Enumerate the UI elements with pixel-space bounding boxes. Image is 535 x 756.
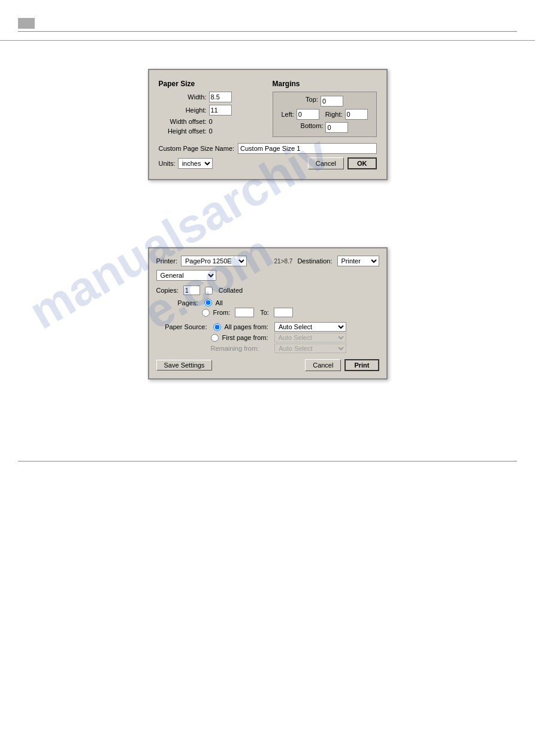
- ok-button[interactable]: OK: [347, 157, 377, 169]
- margins-mid-row: Left: Right:: [281, 109, 367, 120]
- pages-label: Pages:: [156, 299, 198, 306]
- all-pages-line: Paper Source: All pages from: Auto Selec…: [156, 322, 379, 332]
- print-header-left: Printer: PagePro 1250E: [156, 256, 247, 266]
- margins-top-row: Top:: [306, 96, 343, 107]
- width-offset-value: 0: [209, 118, 213, 125]
- height-offset-row: Height offset: 0: [159, 127, 263, 135]
- custom-name-row: Custom Page Size Name:: [159, 143, 377, 154]
- units-label: Units:: [159, 160, 176, 167]
- custom-name-label: Custom Page Size Name:: [159, 145, 235, 152]
- printer-select[interactable]: PagePro 1250E: [181, 256, 247, 266]
- first-page-select: Auto Select: [274, 333, 346, 342]
- all-pages-from-label: All pages from:: [225, 323, 268, 330]
- pages-from-line: From: To:: [202, 308, 379, 317]
- top-gray-icon: [18, 18, 35, 29]
- general-row: General: [156, 270, 379, 281]
- remaining-select: Auto Select: [274, 344, 346, 353]
- pages-row: Pages: All From: To:: [156, 299, 379, 318]
- pages-to-input[interactable]: [274, 308, 293, 317]
- copies-input[interactable]: [183, 286, 200, 295]
- margins-title: Margins: [273, 80, 377, 88]
- first-page-radio[interactable]: [211, 334, 219, 342]
- body-text-2: [0, 192, 535, 240]
- paper-source-label: Paper Source:: [156, 323, 207, 330]
- all-pages-radio[interactable]: [213, 323, 221, 331]
- print-button[interactable]: Print: [344, 359, 379, 371]
- top-section: [0, 12, 535, 41]
- print-dialog-header: Printer: PagePro 1250E 21>8.7 Destinatio…: [156, 256, 379, 266]
- collated-checkbox[interactable]: [205, 287, 213, 294]
- custom-page-size-dialog-wrapper: Paper Size Width: Height: Width offset: …: [0, 69, 535, 180]
- cancel-button[interactable]: Cancel: [308, 157, 344, 169]
- custom-name-input[interactable]: [238, 143, 376, 154]
- paper-size-title: Paper Size: [159, 80, 263, 88]
- custom-page-size-dialog: Paper Size Width: Height: Width offset: …: [148, 69, 388, 180]
- copies-label: Copies:: [156, 287, 179, 294]
- left-label: Left:: [281, 111, 294, 118]
- height-offset-label: Height offset:: [159, 127, 207, 135]
- remaining-label: Remaining from:: [211, 345, 259, 352]
- width-row: Width:: [159, 92, 263, 102]
- print-dialog: Printer: PagePro 1250E 21>8.7 Destinatio…: [148, 247, 388, 379]
- paper-size-section: Paper Size Width: Height: Width offset: …: [159, 80, 263, 137]
- pages-from-radio[interactable]: [202, 309, 210, 317]
- first-page-label: First page from:: [222, 334, 268, 341]
- margins-grid: Top: Left: Right: Bottom:: [273, 92, 377, 137]
- margins-bottom-row: Bottom:: [301, 122, 349, 133]
- print-version: 21>8.7: [274, 258, 293, 265]
- height-offset-value: 0: [209, 127, 213, 135]
- save-settings-button[interactable]: Save Settings: [156, 360, 213, 371]
- all-pages-select[interactable]: Auto Select: [274, 322, 346, 332]
- general-select[interactable]: General: [156, 270, 216, 281]
- first-page-line: First page from: Auto Select: [211, 333, 379, 342]
- pages-to-label: To:: [260, 309, 269, 316]
- width-offset-row: Width offset: 0: [159, 118, 263, 125]
- print-dialog-wrapper: Printer: PagePro 1250E 21>8.7 Destinatio…: [0, 247, 535, 379]
- top-divider: [18, 31, 517, 32]
- pages-all-label: All: [216, 299, 223, 306]
- width-offset-label: Width offset:: [159, 118, 207, 125]
- collated-label: Collated: [219, 287, 243, 294]
- left-margin-input[interactable]: [297, 109, 319, 120]
- dialog-inner: Paper Size Width: Height: Width offset: …: [159, 80, 377, 137]
- right-margin-input[interactable]: [345, 109, 368, 120]
- units-select[interactable]: inches cm mm points: [178, 158, 213, 169]
- bottom-spacer: [0, 391, 535, 451]
- bottom-divider: [18, 461, 517, 462]
- page-wrapper: manualsarchive.com Paper Size Width:: [0, 0, 535, 756]
- pages-all-line: Pages: All: [156, 299, 379, 306]
- height-label: Height:: [159, 107, 207, 114]
- units-buttons: Cancel OK: [308, 157, 377, 169]
- pages-from-label: From:: [213, 309, 231, 316]
- body-text-1: [0, 50, 535, 62]
- top-icon-bar: [18, 18, 517, 29]
- copies-row: Copies: Collated: [156, 286, 379, 295]
- bottom-margin-input[interactable]: [325, 122, 348, 133]
- paper-source-row: Paper Source: All pages from: Auto Selec…: [156, 322, 379, 354]
- printer-label: Printer:: [156, 257, 177, 265]
- print-action-buttons: Cancel Print: [305, 359, 379, 371]
- print-cancel-button[interactable]: Cancel: [305, 359, 341, 371]
- width-label: Width:: [159, 93, 207, 101]
- pages-all-radio[interactable]: [204, 299, 212, 306]
- top-margin-input[interactable]: [321, 96, 343, 107]
- units-left: Units: inches cm mm points: [159, 158, 213, 169]
- width-input[interactable]: [209, 92, 232, 102]
- pages-from-input[interactable]: [235, 308, 254, 317]
- height-input[interactable]: [209, 105, 232, 116]
- print-bottom-row: Save Settings Cancel Print: [156, 359, 379, 371]
- remaining-line: Remaining from: Auto Select: [211, 344, 379, 353]
- top-label: Top:: [306, 96, 318, 107]
- margins-section: Margins Top: Left: Right:: [273, 80, 377, 137]
- right-label: Right:: [325, 111, 343, 118]
- height-row: Height:: [159, 105, 263, 116]
- destination-select[interactable]: Printer File Preview: [337, 256, 379, 266]
- bottom-label: Bottom:: [301, 122, 324, 133]
- units-row: Units: inches cm mm points Cancel OK: [159, 157, 377, 169]
- destination-label: Destination:: [297, 257, 332, 265]
